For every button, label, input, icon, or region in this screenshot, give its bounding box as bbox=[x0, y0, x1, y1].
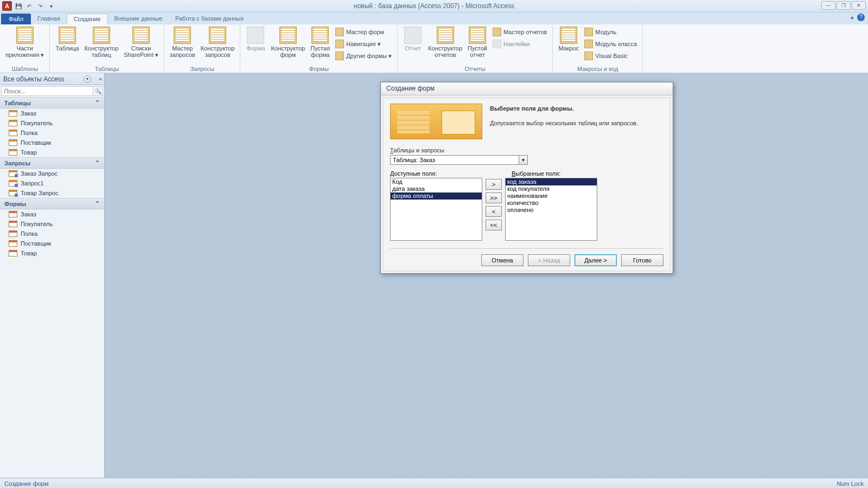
tables-queries-combo[interactable]: ▼ bbox=[390, 155, 528, 165]
document-area: Создание форм Выберите поля для формы. Д… bbox=[105, 73, 868, 478]
list-item[interactable]: форма оплаты bbox=[391, 192, 482, 200]
sharepoint-lists-button[interactable]: Списки SharePoint ▾ bbox=[122, 25, 160, 59]
search-icon[interactable]: 🔍 bbox=[93, 87, 103, 95]
form-button: Форма bbox=[244, 25, 267, 53]
labels-button: Наклейки bbox=[490, 38, 549, 49]
cancel-button[interactable]: Отмена bbox=[481, 254, 524, 266]
form-wizard-dialog: Создание форм Выберите поля для формы. Д… bbox=[380, 82, 673, 274]
titlebar: A 💾 ↶ ↷ ▾ новый : база данных (Access 20… bbox=[0, 0, 868, 12]
ribbon: Части приложения ▾ Шаблоны Таблица Конст… bbox=[0, 24, 868, 73]
close-button[interactable]: ✕ bbox=[852, 1, 866, 10]
undo-icon[interactable]: ↶ bbox=[25, 2, 34, 10]
move-right-button[interactable]: > bbox=[486, 179, 502, 190]
form-wizard-button[interactable]: Мастер форм bbox=[333, 27, 394, 37]
move-all-right-button[interactable]: >> bbox=[486, 192, 502, 203]
navpane-item[interactable]: Товар bbox=[0, 248, 104, 258]
tab-dbtools[interactable]: Работа с базами данных bbox=[169, 14, 250, 24]
save-icon[interactable]: 💾 bbox=[14, 2, 23, 10]
macro-button[interactable]: Макрос bbox=[556, 25, 581, 53]
navigation-button[interactable]: Навигация ▾ bbox=[333, 38, 394, 49]
navpane-item[interactable]: Заказ bbox=[0, 209, 104, 219]
table-button[interactable]: Таблица bbox=[53, 25, 81, 53]
table-design-button[interactable]: Конструктор таблиц bbox=[82, 25, 121, 59]
blank-form-button[interactable]: Пустая форма bbox=[308, 25, 332, 59]
selected-fields-label: Выбранные поля: bbox=[512, 170, 604, 177]
tab-file[interactable]: Файл bbox=[1, 14, 31, 24]
module-button[interactable]: Модуль bbox=[582, 27, 639, 37]
combo-dropdown-icon[interactable]: ▼ bbox=[519, 155, 528, 165]
list-item[interactable]: Код bbox=[391, 178, 482, 185]
query-design-button[interactable]: Конструктор запросов bbox=[199, 25, 237, 59]
group-queries: Запросы bbox=[168, 65, 237, 73]
list-item[interactable]: количество bbox=[506, 200, 597, 207]
next-button[interactable]: Далее > bbox=[575, 254, 617, 266]
dialog-title: Создание форм bbox=[381, 82, 673, 95]
combo-input[interactable] bbox=[390, 155, 519, 165]
ribbon-tabs: Файл Главная Создание Внешние данные Раб… bbox=[0, 12, 868, 24]
navigation-pane: Все объекты Access ▾ « 🔍 Таблицы⌃ ЗаказП… bbox=[0, 73, 105, 478]
category-tables[interactable]: Таблицы⌃ bbox=[0, 97, 104, 108]
other-forms-button[interactable]: Другие формы ▾ bbox=[333, 50, 394, 61]
collapse-icon: ⌃ bbox=[95, 200, 100, 207]
report-wizard-button[interactable]: Мастер отчетов bbox=[490, 27, 549, 37]
navpane-item[interactable]: Товар Запрос bbox=[0, 188, 104, 198]
query-wizard-button[interactable]: Мастер запросов bbox=[168, 25, 197, 59]
navpane-item[interactable]: Запрос1 bbox=[0, 178, 104, 188]
finish-button[interactable]: Готово bbox=[621, 254, 663, 266]
navpane-item[interactable]: Поставщик bbox=[0, 239, 104, 248]
vba-button[interactable]: Visual Basic bbox=[582, 50, 639, 61]
statusbar: Создание форм Num Lock bbox=[0, 478, 868, 488]
report-button: Отчет bbox=[401, 25, 425, 53]
list-item[interactable]: код покупателя bbox=[506, 185, 597, 192]
group-tables: Таблицы bbox=[53, 65, 160, 73]
report-design-button[interactable]: Конструктор отчетов bbox=[426, 25, 464, 59]
list-item[interactable]: оплачено bbox=[506, 207, 597, 214]
redo-icon[interactable]: ↷ bbox=[36, 2, 44, 10]
app-parts-button[interactable]: Части приложения ▾ bbox=[3, 25, 46, 59]
list-item[interactable]: наименование bbox=[506, 192, 597, 200]
form-design-button[interactable]: Конструктор форм bbox=[269, 25, 307, 59]
group-forms: Формы bbox=[244, 65, 394, 73]
class-module-button[interactable]: Модуль класса bbox=[582, 38, 639, 49]
navpane-item[interactable]: Полка bbox=[0, 128, 104, 138]
wizard-image bbox=[390, 104, 482, 139]
dialog-subtext: Допускается выбор нескольких таблиц или … bbox=[490, 119, 663, 127]
blank-report-button[interactable]: Пустой отчет bbox=[465, 25, 489, 59]
navpane-item[interactable]: Заказ bbox=[0, 108, 104, 118]
tab-external[interactable]: Внешние данные bbox=[108, 14, 169, 24]
available-fields-listbox[interactable]: Коддата заказаформа оплаты bbox=[390, 178, 482, 241]
group-macros: Макросы и код bbox=[556, 65, 639, 73]
move-left-button[interactable]: < bbox=[486, 206, 502, 217]
collapse-icon: ⌃ bbox=[95, 99, 100, 106]
navpane-header[interactable]: Все объекты Access ▾ « bbox=[0, 73, 104, 85]
group-reports: Отчеты bbox=[401, 65, 549, 73]
navpane-item[interactable]: Полка bbox=[0, 229, 104, 239]
navpane-item[interactable]: Товар bbox=[0, 147, 104, 157]
window-title: новый : база данных (Access 2007) - Micr… bbox=[354, 2, 514, 10]
category-queries[interactable]: Запросы⌃ bbox=[0, 157, 104, 169]
minimize-button[interactable]: — bbox=[821, 1, 835, 10]
tab-home[interactable]: Главная bbox=[31, 14, 67, 24]
navpane-item[interactable]: Покупатель bbox=[0, 219, 104, 229]
navpane-dropdown-icon[interactable]: ▾ bbox=[84, 75, 91, 83]
workspace: Все объекты Access ▾ « 🔍 Таблицы⌃ ЗаказП… bbox=[0, 73, 868, 478]
list-item[interactable]: дата заказа bbox=[391, 185, 482, 192]
navpane-search: 🔍 bbox=[1, 86, 103, 96]
qat-more-icon[interactable]: ▾ bbox=[47, 2, 55, 10]
navpane-item[interactable]: Покупатель bbox=[0, 118, 104, 128]
selected-fields-listbox[interactable]: код заказакод покупателянаименованиеколи… bbox=[505, 178, 597, 241]
tables-queries-label: Таблицы и запросы bbox=[390, 147, 663, 153]
navpane-item[interactable]: Заказ Запрос bbox=[0, 169, 104, 178]
category-forms[interactable]: Формы⌃ bbox=[0, 198, 104, 209]
minimize-ribbon-icon[interactable]: ▴ bbox=[851, 14, 854, 21]
move-all-left-button[interactable]: << bbox=[486, 220, 502, 230]
navpane-collapse-icon[interactable]: « bbox=[99, 76, 102, 82]
list-item[interactable]: код заказа bbox=[506, 178, 597, 185]
tab-create[interactable]: Создание bbox=[67, 14, 108, 24]
navpane-item[interactable]: Поставщик bbox=[0, 138, 104, 147]
help-icon[interactable]: ? bbox=[857, 14, 865, 21]
app-icon[interactable]: A bbox=[2, 1, 12, 11]
search-input[interactable] bbox=[2, 87, 93, 95]
group-templates: Шаблоны bbox=[3, 65, 46, 73]
maximize-button[interactable]: ❐ bbox=[837, 1, 851, 10]
